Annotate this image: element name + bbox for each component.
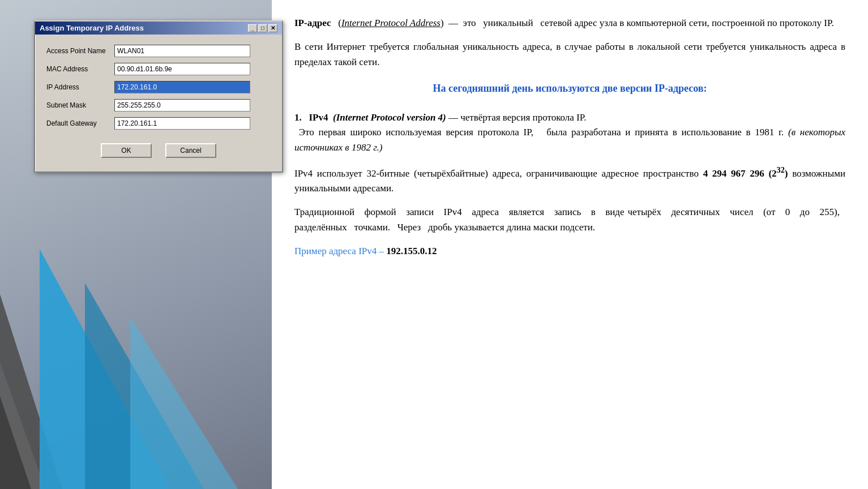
access-point-input[interactable] — [114, 45, 250, 57]
ipv4-dash: — четвёртая версия протокола IP. — [448, 112, 587, 123]
dialog-title: Assign Temporary IP Address — [40, 24, 144, 32]
right-panel: IP-адрес (Internet Protocol Address) — э… — [272, 0, 868, 489]
example-dash: – — [379, 246, 387, 256]
dialog-buttons: OK Cancel — [46, 143, 271, 158]
ipv4-paragraph: 1. IPv4 (Internet Protocol version 4) — … — [294, 110, 845, 155]
ip-address-row: IP Address — [46, 81, 271, 93]
example-address: 192.155.0.12 — [386, 246, 437, 256]
subnet-mask-input[interactable] — [114, 99, 250, 111]
left-panel: Assign Temporary IP Address _ □ ✕ Access… — [0, 0, 272, 489]
default-gateway-label: Default Gateway — [46, 119, 114, 127]
center-heading: На сегодняшний день используются две вер… — [294, 81, 845, 97]
ip-full-term: Internet Protocol Address — [341, 18, 441, 28]
paragraph2: В сети Интернет требуется глобальная уни… — [294, 40, 845, 70]
subnet-mask-row: Subnet Mask — [46, 99, 271, 111]
assign-ip-dialog: Assign Temporary IP Address _ □ ✕ Access… — [34, 20, 283, 173]
mac-address-input[interactable] — [114, 63, 250, 75]
intro-paragraph: IP-адрес (Internet Protocol Address) — э… — [294, 16, 845, 31]
minimize-button[interactable]: _ — [248, 24, 257, 32]
dialog-titlebar: Assign Temporary IP Address _ □ ✕ — [35, 22, 282, 35]
access-point-label: Access Point Name — [46, 47, 114, 55]
titlebar-buttons: _ □ ✕ — [248, 24, 277, 32]
subnet-mask-label: Subnet Mask — [46, 101, 114, 109]
ipv4-full-term: (Internet Protocol version 4) — [331, 112, 446, 123]
ipv4-format-paragraph: Традиционной формой записи IPv4 адреса я… — [294, 205, 845, 235]
dialog-body: Access Point Name MAC Address IP Address… — [35, 35, 282, 171]
content-area: IP-адрес (Internet Protocol Address) — э… — [294, 16, 845, 259]
ok-button[interactable]: OK — [101, 143, 152, 158]
maximize-button[interactable]: □ — [258, 24, 267, 32]
close-button[interactable]: ✕ — [268, 24, 277, 32]
ip-address-term: IP-адрес — [294, 18, 331, 28]
mac-address-label: MAC Address — [46, 65, 114, 73]
default-gateway-input[interactable] — [114, 117, 250, 130]
ipv4-count: 4 294 967 296 (232) — [703, 168, 788, 179]
access-point-row: Access Point Name — [46, 45, 271, 57]
ip-address-label: IP Address — [46, 83, 114, 91]
default-gateway-row: Default Gateway — [46, 117, 271, 130]
example-text-before: Пример адреса IPv4 — [294, 246, 377, 256]
cancel-button[interactable]: Cancel — [165, 143, 216, 158]
ip-address-input[interactable] — [114, 81, 250, 93]
ipv4-number: 1. IPv4 — [294, 112, 328, 123]
svg-marker-4 — [130, 317, 238, 489]
mac-address-row: MAC Address — [46, 63, 271, 75]
ipv4-32bit-paragraph: IPv4 использует 32-битные (четырёхбайтны… — [294, 164, 845, 196]
example-line: Пример адреса IPv4 – 192.155.0.12 — [294, 244, 845, 259]
ipv4-note: (в некоторых источниках в 1982 г.) — [294, 127, 845, 152]
